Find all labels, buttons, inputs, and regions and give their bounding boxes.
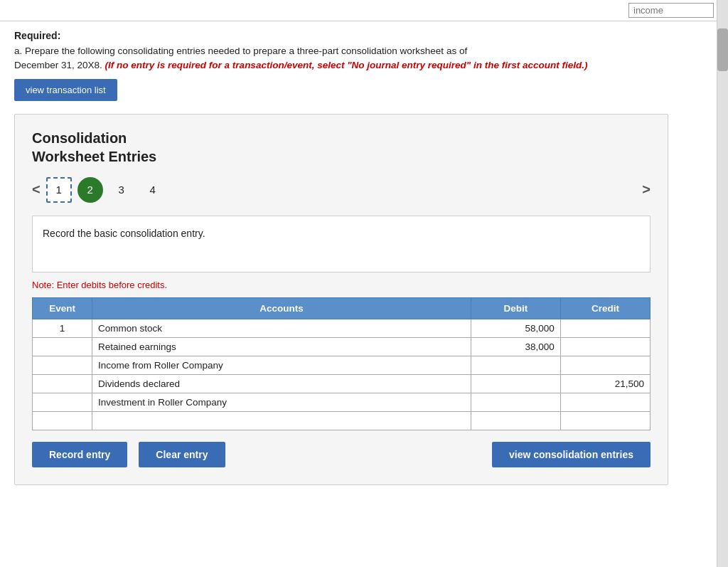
description-text: Record the basic consolidation entry.	[43, 228, 205, 239]
event-cell	[33, 374, 92, 393]
debit-cell[interactable]: 38,000	[471, 337, 560, 356]
instructions: a. Prepare the following consolidating e…	[14, 44, 668, 73]
scrollbar[interactable]	[717, 0, 728, 499]
worksheet-container: Consolidation Worksheet Entries < 1 2 3 …	[14, 114, 668, 485]
event-cell	[33, 393, 92, 411]
page-1-button[interactable]: 1	[46, 177, 72, 203]
credit-cell[interactable]	[560, 411, 650, 430]
table-row: Income from Roller Company	[33, 356, 651, 374]
credit-cell[interactable]	[560, 319, 650, 337]
instructions-line2: December 31, 20X8.	[14, 60, 102, 70]
page-4-button[interactable]: 4	[140, 177, 166, 203]
account-cell[interactable]: Dividends declared	[92, 374, 471, 393]
account-cell[interactable]: Retained earnings	[92, 337, 471, 356]
clear-entry-button[interactable]: Clear entry	[139, 442, 225, 467]
prev-page-button[interactable]: <	[32, 181, 41, 198]
event-cell: 1	[33, 319, 92, 337]
button-row: Record entry Clear entry view consolidat…	[32, 442, 651, 467]
event-cell	[33, 411, 92, 430]
debit-cell[interactable]	[471, 411, 560, 430]
income-input[interactable]	[628, 3, 714, 18]
credit-cell[interactable]: 21,500	[560, 374, 650, 393]
instructions-red: (If no entry is required for a transacti…	[105, 60, 588, 70]
instructions-line1: a. Prepare the following consolidating e…	[14, 46, 467, 56]
entry-table: Event Accounts Debit Credit 1 Common sto…	[32, 297, 651, 430]
debit-cell[interactable]	[471, 374, 560, 393]
debit-cell[interactable]	[471, 393, 560, 411]
credit-cell[interactable]	[560, 393, 650, 411]
description-box: Record the basic consolidation entry.	[32, 216, 651, 272]
required-label: Required:	[14, 30, 668, 41]
account-cell[interactable]	[92, 411, 471, 430]
credit-cell[interactable]	[560, 356, 650, 374]
table-row: 1 Common stock 58,000	[33, 319, 651, 337]
table-row: Investment in Roller Company	[33, 393, 651, 411]
event-cell	[33, 356, 92, 374]
note-text: Note: Enter debits before credits.	[32, 280, 651, 290]
debit-cell[interactable]	[471, 356, 560, 374]
table-row: Retained earnings 38,000	[33, 337, 651, 356]
page-2-button[interactable]: 2	[77, 177, 103, 203]
col-debit: Debit	[471, 297, 560, 319]
credit-cell[interactable]	[560, 337, 650, 356]
page-3-button[interactable]: 3	[109, 177, 134, 203]
account-cell[interactable]: Income from Roller Company	[92, 356, 471, 374]
page-content: Required: a. Prepare the following conso…	[0, 21, 682, 499]
view-transaction-list-button[interactable]: view transaction list	[14, 79, 117, 101]
view-consolidation-entries-button[interactable]: view consolidation entries	[492, 442, 651, 467]
record-entry-button[interactable]: Record entry	[32, 442, 127, 467]
account-cell[interactable]: Common stock	[92, 319, 471, 337]
col-event: Event	[33, 297, 92, 319]
next-page-button[interactable]: >	[642, 181, 651, 198]
pagination: < 1 2 3 4 >	[32, 177, 651, 203]
col-accounts: Accounts	[92, 297, 471, 319]
table-row: Dividends declared 21,500	[33, 374, 651, 393]
table-row	[33, 411, 651, 430]
worksheet-title: Consolidation Worksheet Entries	[32, 129, 651, 166]
scrollbar-thumb[interactable]	[717, 28, 728, 71]
account-cell[interactable]: Investment in Roller Company	[92, 393, 471, 411]
debit-cell[interactable]: 58,000	[471, 319, 560, 337]
top-bar	[0, 0, 728, 21]
col-credit: Credit	[560, 297, 650, 319]
event-cell	[33, 337, 92, 356]
